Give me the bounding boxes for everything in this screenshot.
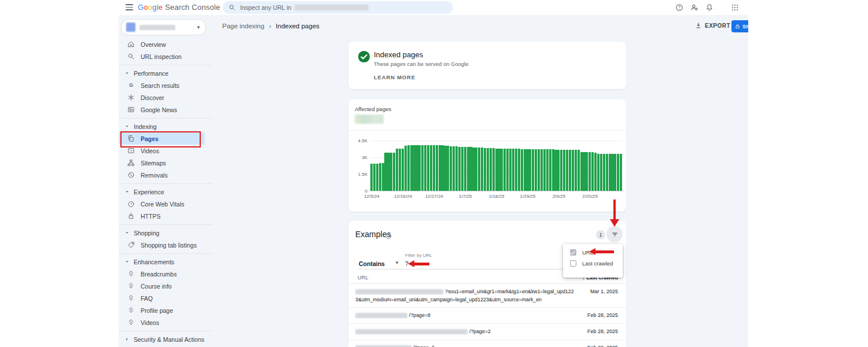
chart-bar <box>399 149 401 191</box>
chart-bar <box>427 145 429 191</box>
sidebar-item-label: URL inspection <box>141 53 182 60</box>
chart-bar <box>447 146 449 191</box>
enhancement-icon <box>127 282 135 290</box>
table-row[interactable]: /?page=2Feb 28, 2025 <box>348 324 626 340</box>
table-row[interactable]: ?sou1=email_uni&gr1=mark&tg1=en&kw1=lega… <box>348 284 626 308</box>
chart-bar <box>413 145 415 191</box>
chart-bar <box>390 153 392 191</box>
sidebar-item-removals[interactable]: Removals <box>119 169 212 181</box>
caret-down-icon <box>124 259 130 264</box>
sidebar-section-experience[interactable]: Experience <box>119 186 212 198</box>
sidebar-item-label: Removals <box>141 172 168 179</box>
y-tick-label: 0 <box>365 189 367 194</box>
chart-bar <box>506 149 509 191</box>
sidebar: OverviewURL inspectionPerformanceGSearch… <box>119 38 212 345</box>
chart-bar <box>396 149 398 191</box>
chart-bar <box>407 145 410 191</box>
chart-bar <box>376 164 378 191</box>
breadcrumb-page-indexing[interactable]: Page indexing <box>222 23 264 29</box>
chart-bar <box>575 150 577 191</box>
chart-card: Affected pages 4.5K3K1.5K0 12/5/2412/16/… <box>348 99 626 212</box>
filter-button[interactable] <box>606 226 623 242</box>
menu-icon[interactable] <box>126 4 133 10</box>
sidebar-item-faq[interactable]: FAQ <box>119 292 212 304</box>
column-header-url[interactable]: URL <box>358 275 369 280</box>
help-icon[interactable] <box>672 0 687 15</box>
last-crawled-date: Feb 28, 2025 <box>587 312 618 318</box>
chart-bar <box>535 149 537 191</box>
export-button[interactable]: EXPORT <box>695 22 730 29</box>
sidebar-section-enhancements[interactable]: Enhancements <box>119 256 212 268</box>
sidebar-section-performance[interactable]: Performance <box>119 67 212 79</box>
url-inspect-search[interactable]: Inspect any URL in <box>223 1 453 14</box>
notifications-bell-icon[interactable] <box>702 0 717 15</box>
sidebar-item-videos[interactable]: Videos <box>119 145 212 157</box>
sidebar-section-shopping[interactable]: Shopping <box>119 227 212 239</box>
table-row[interactable]: /?page=8Feb 28, 2025 <box>348 308 626 324</box>
checkbox-checked-icon[interactable] <box>570 249 576 256</box>
chart-bar <box>586 152 588 191</box>
sidebar-item-url-inspection[interactable]: URL inspection <box>119 50 212 62</box>
chart-bar <box>464 147 466 191</box>
chart-bar <box>484 148 486 191</box>
enhancement-icon <box>127 294 135 302</box>
learn-more-link[interactable]: LEARN MORE <box>374 74 415 80</box>
sidebar-item-sitemaps[interactable]: Sitemaps <box>119 157 212 169</box>
chart-bar <box>379 163 381 191</box>
property-selector[interactable]: ▼ <box>121 19 206 35</box>
checkbox-unchecked-icon[interactable] <box>570 260 576 267</box>
sidebar-item-breadcrumbs[interactable]: Breadcrumbs <box>119 268 212 280</box>
download-icon <box>695 22 702 29</box>
chart-bar <box>578 150 580 191</box>
sidebar-item-videos[interactable]: Videos <box>119 316 212 328</box>
sidebar-item-google-news[interactable]: Google News <box>119 104 212 116</box>
chart-bar <box>532 149 534 191</box>
filter-value-input[interactable]: ? <box>405 260 409 267</box>
url-visible-text: /?page=8 <box>409 312 431 318</box>
table-row[interactable]: /?page=6Feb 28, 2025 <box>348 340 626 347</box>
filter-operator-select[interactable]: Contains <box>359 260 385 267</box>
chart-x-axis: 12/5/2412/16/2412/27/241/7/251/18/251/29… <box>370 194 623 201</box>
sidebar-item-overview[interactable]: Overview <box>119 38 212 50</box>
indexed-pages-chart[interactable] <box>370 141 623 191</box>
sidebar-item-course-info[interactable]: Course info <box>119 280 212 292</box>
help-circle-icon[interactable] <box>385 231 392 238</box>
filter-popup: URLLast crawled <box>563 244 623 278</box>
chart-bar <box>444 146 446 191</box>
account-settings-icon[interactable] <box>687 0 702 15</box>
sidebar-item-profile-page[interactable]: Profile page <box>119 304 212 316</box>
chart-bar <box>402 149 404 191</box>
sidebar-item-discover[interactable]: Discover <box>119 91 212 104</box>
chart-bar <box>591 152 594 191</box>
filter-option-url[interactable]: URL <box>563 247 623 258</box>
sidebar-divider <box>119 181 212 186</box>
chevron-down-icon: ▼ <box>395 260 399 265</box>
caret-down-icon <box>124 189 130 194</box>
filter-option-last-crawled[interactable]: Last crawled <box>563 258 623 269</box>
sidebar-item-search-results[interactable]: GSearch results <box>119 79 212 91</box>
search-icon <box>127 53 135 60</box>
apps-grid-icon[interactable] <box>727 0 742 15</box>
google-logo-text: Google <box>138 3 163 12</box>
sidebar-section-security-manual-actions[interactable]: Security & Manual Actions <box>119 333 212 345</box>
redacted-property-label <box>139 25 175 30</box>
chart-bar <box>512 149 514 191</box>
x-tick-label: 12/27/24 <box>425 194 443 199</box>
sidebar-item-label: Shopping tab listings <box>141 242 197 249</box>
sidebar-item-shopping-tab-listings[interactable]: Shopping tab listings <box>119 239 212 251</box>
sidebar-item-label: Overview <box>141 41 166 48</box>
share-button[interactable]: SHARE <box>731 20 748 32</box>
sidebar-item-core-web-vitals[interactable]: Core Web Vitals <box>119 198 212 210</box>
url-table: ?sou1=email_uni&gr1=mark&tg1=en&kw1=lega… <box>348 284 626 347</box>
sidebar-item-pages[interactable]: Pages <box>119 132 205 145</box>
search-placeholder: Inspect any URL in <box>240 4 291 11</box>
app-logo[interactable]: GoogleSearch Console <box>138 3 220 12</box>
topbar: GoogleSearch Console Inspect any URL in <box>119 0 748 15</box>
chart-bar <box>404 146 407 191</box>
sidebar-section-indexing[interactable]: Indexing <box>119 120 212 132</box>
url-cell: /?page=6 <box>355 344 576 347</box>
chart-bar <box>557 150 560 191</box>
x-tick-label: 12/16/24 <box>394 194 412 199</box>
sidebar-item-https[interactable]: HTTPS <box>119 210 212 222</box>
sidebar-item-label: Experience <box>134 189 164 195</box>
